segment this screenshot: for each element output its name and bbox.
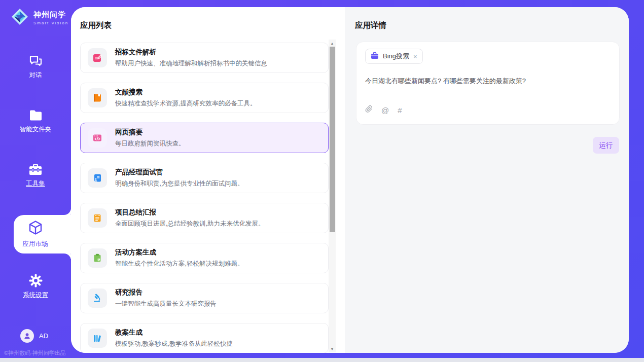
gear-icon — [29, 274, 43, 287]
research-report-icon — [88, 288, 107, 308]
app-list-title: 应用列表 — [80, 20, 112, 31]
folder-icon — [29, 110, 43, 122]
sidebar-item-label: 系统设置 — [23, 291, 48, 300]
app-detail-panel: 应用详情 Bing搜索 × 今日湖北有哪些新闻要点? 有哪些需要关注的最新政策? — [345, 7, 629, 353]
sidebar-item-label: 工具集 — [26, 179, 45, 188]
app-title: 活动方案生成 — [115, 248, 243, 257]
app-desc: 每日政府新闻资讯快查。 — [115, 139, 185, 148]
briefcase-icon — [371, 52, 379, 61]
app-desc: 一键智能生成高质量长文本研究报告 — [115, 300, 217, 308]
literature-book-icon — [88, 88, 107, 107]
sidebar-item-label: 对话 — [29, 71, 42, 80]
app-detail-title: 应用详情 — [355, 20, 386, 31]
app-card-project-summary[interactable]: 项目总结汇报 全面回顾项目进展,总结经验教训,助力未来优化发展。 — [80, 203, 329, 233]
app-card-web-summary[interactable]: 网页摘要 每日政府新闻资讯快查。 — [80, 123, 329, 153]
app-title: 文献搜索 — [115, 88, 256, 97]
app-card-lesson-plan[interactable]: 教案生成 模板驱动,教案秒成,教学准备从此轻松快捷 — [80, 323, 329, 353]
app-card-pm-interviewer[interactable]: 产品经理面试官 明确身份和职责,为您提供专业性的面试问题。 — [80, 163, 329, 193]
user-account[interactable]: AD — [20, 329, 48, 343]
app-title: 项目总结汇报 — [115, 208, 264, 217]
avatar — [20, 329, 34, 343]
tender-doc-icon — [88, 48, 107, 67]
webpage-code-icon — [88, 128, 107, 148]
app-list-panel: 应用列表 招标文件解析 帮助用户快速、准确地理解和解析招标书中的关键信息 — [71, 7, 345, 353]
app-card-activity-plan[interactable]: 活动方案生成 智能生成个性化活动方案,轻松解决规划难题。 — [80, 243, 329, 273]
app-desc: 智能生成个性化活动方案,轻松解决规划难题。 — [115, 260, 243, 268]
project-summary-icon — [88, 208, 107, 228]
mention-icon[interactable]: @ — [381, 106, 389, 115]
app-title: 网页摘要 — [115, 128, 185, 137]
toolbox-icon — [28, 163, 43, 176]
app-window: 神州问学 Smart Vision 对话 智能文件夹 — [0, 0, 644, 360]
user-initials: AD — [39, 332, 48, 340]
app-title: 产品经理面试官 — [115, 168, 243, 177]
scrollbar-thumb[interactable] — [330, 47, 335, 232]
page-bottom-strip — [0, 358, 644, 360]
lesson-plan-icon — [88, 329, 107, 348]
main-panel: 应用列表 招标文件解析 帮助用户快速、准确地理解和解析招标书中的关键信息 — [71, 7, 629, 353]
app-desc: 模板驱动,教案秒成,教学准备从此轻松快捷 — [115, 340, 233, 348]
composer-toolbar: @ # — [365, 105, 402, 115]
sidebar-item-smart-folder[interactable]: 智能文件夹 — [0, 110, 71, 134]
scrollbar-down-icon[interactable]: ▼ — [329, 345, 336, 352]
sidebar: 神州问学 Smart Vision 对话 智能文件夹 — [0, 0, 71, 360]
app-list: 招标文件解析 帮助用户快速、准确地理解和解析招标书中的关键信息 文献搜索 — [80, 43, 329, 353]
run-button[interactable]: 运行 — [593, 137, 619, 154]
cube-icon — [28, 220, 43, 236]
tool-tag-label: Bing搜索 — [383, 52, 409, 61]
app-card-literature-search[interactable]: 文献搜索 快速精准查找学术资源,提高研究效率的必备工具。 — [80, 83, 329, 113]
hash-icon[interactable]: # — [398, 106, 402, 115]
app-desc: 帮助用户快速、准确地理解和解析招标书中的关键信息 — [115, 59, 267, 68]
sidebar-item-app-market[interactable]: 应用市场 — [14, 215, 71, 254]
app-desc: 明确身份和职责,为您提供专业性的面试问题。 — [115, 179, 243, 188]
app-desc: 快速精准查找学术资源,提高研究效率的必备工具。 — [115, 99, 256, 108]
diamond-logo-icon — [10, 7, 29, 28]
interviewer-icon — [88, 168, 107, 188]
activity-plan-icon — [88, 248, 107, 268]
app-title: 教案生成 — [115, 328, 233, 337]
prompt-card: Bing搜索 × 今日湖北有哪些新闻要点? 有哪些需要关注的最新政策? @ # — [356, 42, 620, 125]
sidebar-item-label: 应用市场 — [23, 240, 48, 248]
brand-logo: 神州问学 Smart Vision — [10, 7, 68, 28]
scrollbar-up-icon[interactable]: ▲ — [329, 40, 336, 47]
app-title: 研究报告 — [115, 288, 217, 297]
app-desc: 全面回顾项目进展,总结经验教训,助力未来优化发展。 — [115, 220, 264, 228]
query-input[interactable]: 今日湖北有哪些新闻要点? 有哪些需要关注的最新政策? — [365, 77, 611, 86]
app-card-tender-parse[interactable]: 招标文件解析 帮助用户快速、准确地理解和解析招标书中的关键信息 — [80, 43, 329, 73]
copyright-text: ©神州数码·神州问学出品 — [4, 349, 66, 357]
app-title: 招标文件解析 — [115, 48, 267, 57]
sidebar-item-settings[interactable]: 系统设置 — [0, 274, 71, 300]
brand-name: 神州问学 — [33, 10, 68, 20]
chat-icon — [29, 55, 43, 67]
brand-tagline: Smart Vision — [33, 21, 68, 25]
sidebar-item-toolset[interactable]: 工具集 — [0, 163, 71, 188]
sidebar-item-chat[interactable]: 对话 — [0, 55, 71, 80]
tool-tag-bing-search[interactable]: Bing搜索 × — [365, 49, 423, 64]
app-list-scrollbar[interactable]: ▲ ▼ — [329, 40, 336, 352]
sidebar-item-label: 智能文件夹 — [20, 125, 52, 134]
tag-close-icon[interactable]: × — [413, 53, 417, 60]
paperclip-icon[interactable] — [365, 105, 373, 115]
app-card-research-report[interactable]: 研究报告 一键智能生成高质量长文本研究报告 — [80, 283, 329, 313]
